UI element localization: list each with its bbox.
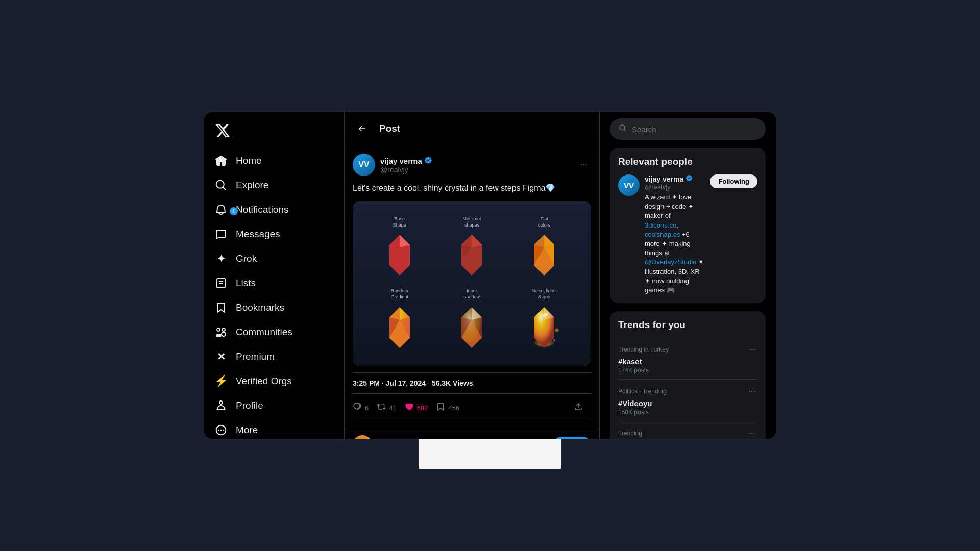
- relevant-people-title: Relevant people: [618, 156, 757, 167]
- tweet-meta: 3:25 PM · Jul 17, 2024 · 56.3K Views: [353, 372, 591, 394]
- trend-more-icon-3[interactable]: ···: [747, 427, 757, 439]
- person-name: vijay verma: [645, 174, 705, 183]
- reply-button[interactable]: Reply: [553, 437, 591, 439]
- trend-meta-wordpress: Trending ···: [618, 427, 757, 439]
- retweet-action[interactable]: 41: [377, 398, 404, 418]
- tweet-author-name: vijay verma: [380, 156, 432, 166]
- sidebar-item-verified-orgs[interactable]: ⚡ Verified Orgs: [204, 369, 344, 393]
- communities-label: Communities: [236, 327, 292, 338]
- verified-badge-icon: [424, 156, 432, 166]
- sidebar-item-home[interactable]: Home: [204, 149, 344, 172]
- notification-badge: 1: [230, 207, 238, 215]
- crystal-label-gradient: RandomGradient: [391, 288, 409, 300]
- messages-label: Messages: [236, 229, 280, 240]
- trend-item-kaset[interactable]: Trending in Turkey ··· #kaset 174K posts: [618, 338, 757, 380]
- person-bio: A wizard ✦ love design + code ✦ maker of…: [645, 193, 705, 295]
- person-handle: @realvjy: [645, 183, 705, 191]
- right-sidebar: Relevant people VV vijay verma @realvjy …: [600, 112, 776, 439]
- premium-label: Premium: [236, 351, 275, 362]
- tweet-actions: 6 41 682: [353, 396, 591, 420]
- logo[interactable]: [204, 118, 344, 149]
- sidebar-item-explore[interactable]: Explore: [204, 173, 344, 197]
- bookmark-action[interactable]: 456: [436, 398, 468, 418]
- main-header: Post: [345, 112, 599, 145]
- person-verified-icon: [685, 174, 693, 183]
- sidebar-item-grok[interactable]: ✦ Grok: [204, 247, 344, 270]
- share-action[interactable]: [574, 398, 591, 418]
- app-container: Home Explore 1 Notifications: [204, 112, 776, 439]
- like-action[interactable]: 682: [405, 398, 436, 418]
- communities-icon: [214, 325, 228, 339]
- retweet-icon: [377, 402, 386, 414]
- crystal-cell-flat: Flatcolors: [508, 211, 580, 283]
- notifications-label: Notifications: [236, 204, 289, 215]
- search-input[interactable]: [632, 125, 757, 134]
- tweet-author-handle: @realvjy: [380, 166, 432, 174]
- trend-name-videoyu: #Videoyu: [618, 399, 757, 408]
- sidebar-item-more[interactable]: More: [204, 418, 344, 439]
- crystal-grid: BaseShape Mask cutshapes: [353, 201, 591, 366]
- trend-meta-videoyu: Politics · Trending ···: [618, 385, 757, 398]
- sidebar-item-messages[interactable]: Messages: [204, 222, 344, 246]
- home-icon: [214, 154, 228, 167]
- svg-point-27: [553, 339, 555, 341]
- tweet-avatar: VV: [353, 154, 375, 176]
- crystal-label-mask: Mask cutshapes: [462, 216, 481, 228]
- verified-orgs-icon: ⚡: [214, 374, 228, 388]
- bio-link-3dicons[interactable]: 3dicons.co: [645, 221, 676, 229]
- bookmarks-label: Bookmarks: [236, 302, 284, 313]
- trends-title: Trends for you: [618, 319, 757, 331]
- premium-icon: ✕: [214, 350, 228, 363]
- follow-button[interactable]: Following: [710, 174, 757, 188]
- sidebar-item-profile[interactable]: Profile: [204, 394, 344, 417]
- tweet-author-row: VV vijay verma @realvjy ···: [353, 154, 591, 176]
- trend-item-wordpress[interactable]: Trending ··· WordPress 19.7K posts: [618, 421, 757, 439]
- bookmarks-icon: [214, 301, 228, 314]
- sidebar-item-notifications[interactable]: 1 Notifications: [204, 198, 344, 221]
- trend-item-videoyu[interactable]: Politics · Trending ··· #Videoyu 150K po…: [618, 380, 757, 421]
- sidebar-item-lists[interactable]: Lists: [204, 271, 344, 295]
- tweet-text: Let's create a cool, shiny crystal in a …: [353, 182, 591, 194]
- home-label: Home: [236, 155, 262, 166]
- reply-icon: [353, 402, 362, 414]
- bookmark-icon: [436, 402, 445, 414]
- reply-action[interactable]: 6: [353, 398, 377, 418]
- relevant-people-widget: Relevant people VV vijay verma @realvjy …: [610, 148, 766, 303]
- trend-count-videoyu: 150K posts: [618, 409, 757, 416]
- more-icon: [214, 423, 228, 437]
- crystal-cell-shadow: Innershadow: [436, 283, 508, 355]
- trend-more-icon[interactable]: ···: [747, 343, 757, 356]
- search-icon: [619, 124, 627, 134]
- crystal-cell-mask: Mask cutshapes: [436, 211, 508, 283]
- back-button[interactable]: [353, 119, 371, 138]
- sidebar-item-premium[interactable]: ✕ Premium: [204, 345, 344, 368]
- bio-link-coolshap[interactable]: coolshap.es: [645, 231, 680, 238]
- search-bar[interactable]: [610, 118, 766, 140]
- trend-more-icon-2[interactable]: ···: [747, 385, 757, 398]
- sidebar: Home Explore 1 Notifications: [204, 112, 345, 439]
- verified-orgs-label: Verified Orgs: [236, 375, 292, 387]
- tweet-image: BaseShape Mask cutshapes: [353, 201, 591, 366]
- tweet-more-button[interactable]: ···: [576, 158, 591, 171]
- sidebar-item-communities[interactable]: Communities: [204, 320, 344, 344]
- svg-point-26: [555, 329, 558, 332]
- profile-label: Profile: [236, 400, 263, 411]
- tweet-author-info: vijay verma @realvjy: [380, 156, 432, 174]
- trend-meta-kaset: Trending in Turkey ···: [618, 343, 757, 356]
- tweet-area: VV vijay verma @realvjy ···: [345, 145, 599, 429]
- crystal-label-flat: Flatcolors: [538, 216, 550, 228]
- more-label: More: [236, 424, 258, 436]
- bio-link-overlay[interactable]: @OverlayzStudio: [645, 258, 696, 266]
- messages-icon: [214, 228, 228, 241]
- crystal-label-final: Noise, lights& goo: [532, 288, 557, 300]
- sidebar-nav: Home Explore 1 Notifications: [204, 149, 344, 439]
- crystal-cell-base: BaseShape: [363, 211, 436, 283]
- sidebar-item-bookmarks[interactable]: Bookmarks: [204, 296, 344, 319]
- grok-icon: ✦: [214, 252, 228, 265]
- tweet-author-left: VV vijay verma @realvjy: [353, 154, 432, 176]
- crystal-label-base: BaseShape: [393, 216, 406, 228]
- like-icon: [405, 402, 414, 414]
- bookmark-count: 456: [448, 404, 459, 412]
- like-count: 682: [417, 404, 428, 412]
- person-row: VV vijay verma @realvjy A wizard ✦ love …: [618, 174, 757, 295]
